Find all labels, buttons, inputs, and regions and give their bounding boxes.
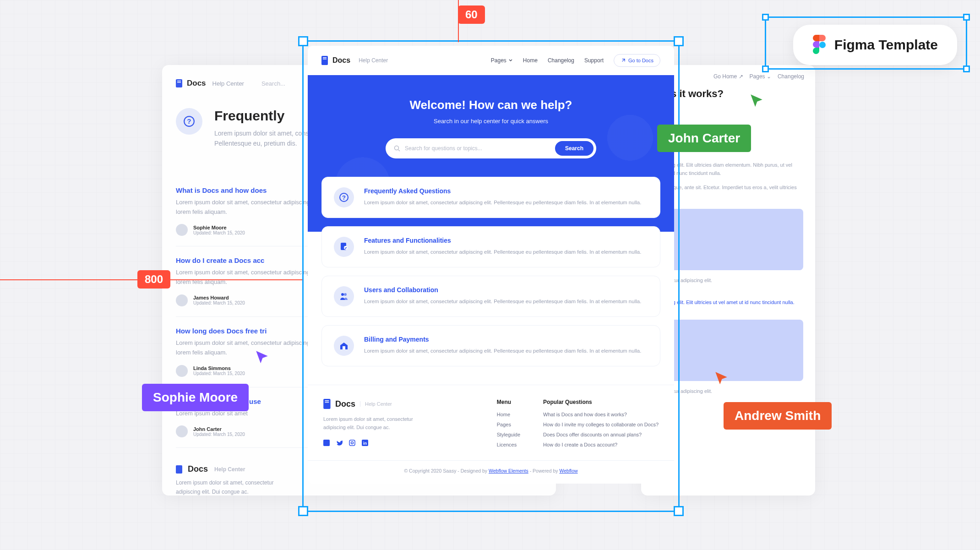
nav-home[interactable]: Home <box>523 57 538 64</box>
body-text: consectetur adipiscing elit. <box>653 387 803 396</box>
card-title: Frequently Asked Questions <box>364 187 641 195</box>
svg-rect-2 <box>177 81 181 82</box>
measure-label-800: 800 <box>137 270 170 289</box>
svg-rect-19 <box>325 400 329 401</box>
svg-rect-18 <box>323 399 330 409</box>
svg-rect-6 <box>176 465 182 474</box>
figma-badge-selection <box>765 16 967 70</box>
card-desc: Lorem ipsum dolor sit amet, consectetur … <box>364 248 641 256</box>
book-icon <box>176 79 183 87</box>
author-name: John Carter <box>193 426 245 432</box>
twitter-icon[interactable] <box>336 440 343 446</box>
footer-logo[interactable]: Docs <box>323 399 355 409</box>
category-card[interactable]: ? Frequently Asked Questions Lorem ipsum… <box>321 177 660 218</box>
svg-rect-20 <box>325 402 329 403</box>
logo[interactable]: Docs <box>176 79 206 88</box>
card-desc: Lorem ipsum dolor sit amet, consectetur … <box>364 198 641 207</box>
footer-link[interactable]: Home <box>497 412 520 417</box>
svg-rect-8 <box>323 57 327 58</box>
hero-title: Welcome! How can we help? <box>321 98 660 112</box>
svg-point-15 <box>341 293 344 296</box>
search-bar: Search <box>386 138 596 158</box>
users-icon <box>334 286 354 306</box>
svg-rect-3 <box>177 82 181 83</box>
category-card[interactable]: Features and Functionalities Lorem ipsum… <box>321 226 660 267</box>
footer-help-center: Help Center <box>360 401 392 407</box>
footer-link[interactable]: Pages <box>497 422 520 427</box>
go-to-docs-label: Go to Docs <box>628 58 653 63</box>
category-card[interactable]: Users and Collaboration Lorem ipsum dolo… <box>321 276 660 317</box>
help-center-link[interactable]: Help Center <box>212 80 244 87</box>
card-title: Users and Collaboration <box>364 286 641 294</box>
nav-link[interactable]: Changelog <box>778 73 804 80</box>
body-text: adipiscing elit. Elit ultricies diam ele… <box>653 161 803 177</box>
measure-label-60: 60 <box>458 5 485 24</box>
top-nav: Docs Help Center Pages Home Changelog Su… <box>308 46 674 75</box>
svg-rect-21 <box>323 440 330 446</box>
question-icon: ? <box>334 187 354 207</box>
hero-subtitle: Search in our help center for quick answ… <box>321 118 660 125</box>
nav-link[interactable]: Go Home ↗ <box>713 73 743 80</box>
author-date: Updated: March 15, 2020 <box>193 230 245 235</box>
footer-link[interactable]: How do I invite my colleges to collabora… <box>543 422 659 427</box>
svg-point-16 <box>344 293 347 296</box>
svg-rect-17 <box>343 346 345 349</box>
search-placeholder[interactable]: Search... <box>261 80 285 87</box>
cursor-icon <box>749 93 764 108</box>
webflow-elements-link[interactable]: Webflow Elements <box>489 468 528 474</box>
svg-rect-22 <box>349 440 355 446</box>
svg-rect-1 <box>176 79 182 87</box>
search-button[interactable]: Search <box>555 141 593 156</box>
cursor-icon <box>254 349 270 365</box>
svg-text:?: ? <box>187 117 191 125</box>
category-card[interactable]: Billing and Payments Lorem ipsum dolor s… <box>321 325 660 366</box>
search-icon <box>394 145 400 152</box>
footer-link[interactable]: What is Docs and how does it works? <box>543 412 659 417</box>
card-title: Features and Functionalities <box>364 237 641 244</box>
footer-link[interactable]: How do I create a Docs account? <box>543 442 659 447</box>
nav-changelog[interactable]: Changelog <box>548 57 574 64</box>
linkedin-icon[interactable]: in <box>362 440 368 446</box>
footer-link[interactable]: Does Docs offer discounts on annual plan… <box>543 432 659 437</box>
external-link-icon <box>621 58 626 63</box>
avatar <box>176 365 188 377</box>
svg-rect-9 <box>323 59 327 60</box>
author-name: Linda Simmons <box>193 365 245 371</box>
svg-text:?: ? <box>342 194 346 201</box>
footer-help-center: Help Center <box>214 466 245 473</box>
author-name: James Howard <box>193 295 245 300</box>
nav-pages[interactable]: Pages <box>491 57 513 64</box>
nav-link[interactable]: Pages ⌄ <box>750 73 771 80</box>
footer-link[interactable]: Styleguide <box>497 432 520 437</box>
body-text: lectus neque, ante sit. Etcetur. Imperdi… <box>653 184 803 200</box>
facebook-icon[interactable] <box>323 440 330 446</box>
cursor-label-sophie: Sophie Moore <box>142 384 249 411</box>
author-date: Updated: March 15, 2020 <box>193 371 245 376</box>
body-text: consectetur adipiscing elit. <box>653 277 803 285</box>
avatar <box>176 425 188 437</box>
social-links: in <box>323 440 474 446</box>
nav-support[interactable]: Support <box>584 57 604 64</box>
book-icon <box>176 465 183 474</box>
svg-point-10 <box>395 146 399 150</box>
footer-link[interactable]: Licences <box>497 442 520 447</box>
help-center-link[interactable]: Help Center <box>359 57 388 64</box>
footer-popular-head: Popular Questions <box>543 399 659 405</box>
cursor-icon <box>713 370 729 386</box>
brand-text: Docs <box>187 79 206 88</box>
search-input[interactable] <box>405 145 550 152</box>
category-cards: ? Frequently Asked Questions Lorem ipsum… <box>321 177 660 366</box>
article-image <box>653 209 803 270</box>
card-desc: Lorem ipsum dolor sit amet, consectetur … <box>364 347 641 355</box>
svg-text:in: in <box>363 441 367 446</box>
card-title: Billing and Payments <box>364 336 641 343</box>
instagram-icon[interactable] <box>349 440 355 446</box>
main-frame: Docs Help Center Pages Home Changelog Su… <box>308 46 674 484</box>
avatar <box>176 224 188 236</box>
logo[interactable]: Docs <box>321 56 350 65</box>
webflow-link[interactable]: Webflow <box>559 468 577 474</box>
book-icon <box>323 399 332 409</box>
svg-point-23 <box>351 442 354 444</box>
cursor-label-john: John Carter <box>657 125 751 152</box>
go-to-docs-button[interactable]: Go to Docs <box>614 54 660 67</box>
